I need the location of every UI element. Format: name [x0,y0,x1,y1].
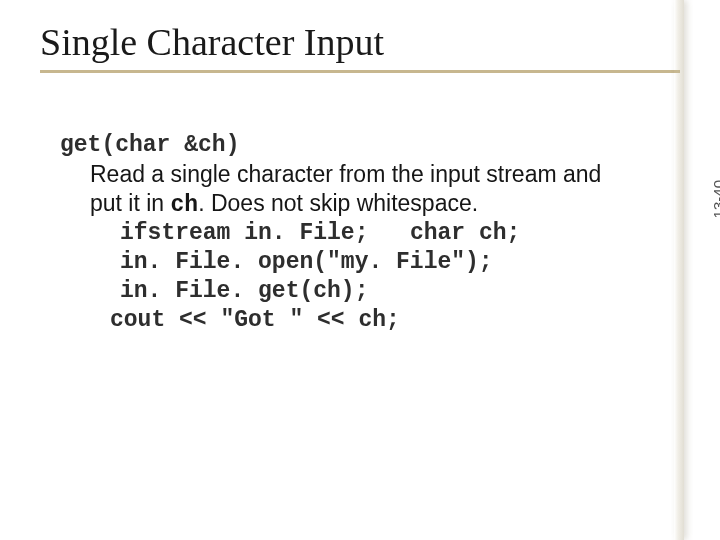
page-number: 13-40 [710,180,720,218]
example-line-4: cout << "Got " << ch; [110,306,630,335]
accent-bar [674,0,684,540]
example-line-3: in. File. get(ch); [120,277,630,306]
slide: Single Character Input get(char &ch) Rea… [0,0,720,540]
ex1a: ifstream in. File; [120,220,368,246]
example-line-2: in. File. open("my. File"); [120,248,630,277]
slide-title: Single Character Input [40,20,680,64]
function-description: Read a single character from the input s… [90,160,630,220]
desc-code: ch [171,192,199,218]
desc-text-post: . Does not skip whitespace. [198,190,478,216]
title-underline [40,70,680,73]
ex1b: char ch; [410,220,520,246]
example-line-1: ifstream in. File; char ch; [120,219,630,248]
title-block: Single Character Input [0,0,720,81]
function-signature: get(char &ch) [60,131,630,160]
slide-body: get(char &ch) Read a single character fr… [0,81,720,334]
